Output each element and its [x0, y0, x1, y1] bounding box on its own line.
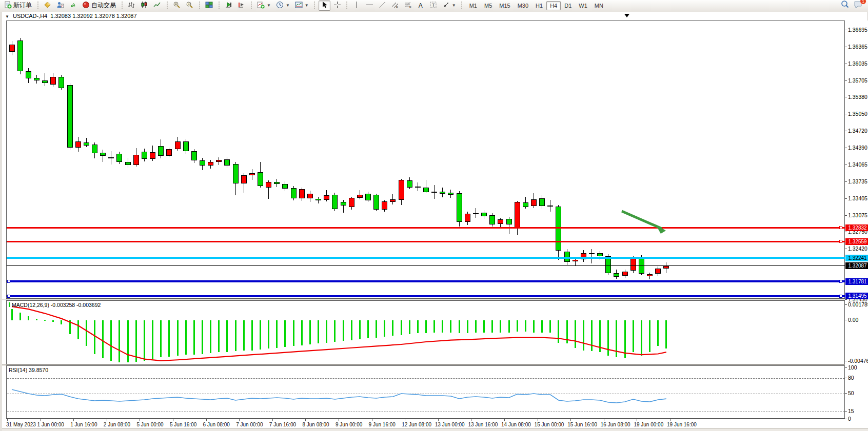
signals-button[interactable]	[67, 1, 79, 11]
time-tick-mark	[604, 419, 604, 421]
svg-text:T: T	[432, 3, 435, 8]
chart-shift-button[interactable]	[235, 1, 247, 11]
toolbar-separator	[249, 2, 253, 10]
trendline-tool-button[interactable]	[377, 1, 388, 11]
zoom-in-button[interactable]	[171, 1, 183, 11]
fibonacci-tool-button[interactable]: F	[402, 1, 414, 11]
cursor-tool-button[interactable]	[319, 1, 330, 11]
periods-button[interactable]: ▼	[274, 1, 292, 11]
time-axis-label: 19 Jun 16:00	[667, 422, 697, 427]
rsi-tick-label: 80	[848, 375, 854, 381]
bar-chart-button[interactable]	[126, 1, 137, 11]
chevron-down-icon: ▼	[305, 3, 309, 8]
time-tick-mark	[570, 419, 571, 421]
time-tick-mark	[372, 419, 372, 421]
mt4-app: 新订单 自动交易	[0, 0, 868, 431]
time-axis-label: 31 May 2023	[6, 422, 36, 427]
chevron-down-icon: ▼	[267, 3, 271, 8]
macd-tick-label: 0.001789	[848, 301, 868, 307]
time-tick-mark	[339, 419, 339, 421]
chart-shift-icon	[238, 1, 245, 10]
indicators-icon	[257, 1, 265, 10]
gold-diamond-icon	[44, 1, 51, 10]
svg-text:E: E	[396, 6, 398, 9]
time-tick-mark	[637, 419, 637, 421]
profile-icon	[56, 1, 64, 10]
macd-tick-label: -0.004763	[848, 358, 868, 364]
trend-arrow-annotation[interactable]	[2, 20, 868, 299]
tile-windows-button[interactable]	[203, 1, 215, 11]
chat-button[interactable]: 1	[854, 1, 863, 11]
autotrading-button[interactable]: 自动交易	[80, 1, 118, 11]
time-axis-label: 15 Jun 16:00	[567, 422, 597, 427]
autotrading-label: 自动交易	[91, 1, 116, 10]
toolbar: 新订单 自动交易	[0, 0, 868, 11]
timeframe-button-H1[interactable]: H1	[532, 1, 546, 10]
time-axis-label: 7 Jun 16:00	[269, 422, 296, 427]
timeframe-button-MN[interactable]: MN	[591, 1, 607, 10]
toolbar-separator	[460, 2, 464, 10]
time-axis-label: 1 Jun 16:00	[70, 422, 97, 427]
rsi-tick-label: 0	[848, 416, 851, 422]
auto-scroll-button[interactable]	[223, 1, 234, 11]
rsi-label: RSI(14) 39.8570	[9, 367, 48, 373]
tile-windows-icon	[205, 1, 213, 10]
templates-button[interactable]: ▼	[293, 1, 311, 11]
time-axis-label: 13 Jun 16:00	[468, 422, 498, 427]
vertical-line-tool-button[interactable]	[351, 1, 363, 11]
time-axis-label: 5 Jun 16:00	[170, 422, 196, 427]
chart-window: ▼ USDCAD-,H4 1.32083 1.32092 1.32078 1.3…	[0, 12, 868, 431]
chart-shift-marker-icon[interactable]	[624, 14, 629, 17]
timeframe-button-H4[interactable]: H4	[546, 1, 561, 10]
macd-panel[interactable]: MACD(12,26,9) -0.003258 -0.003692	[6, 300, 845, 364]
timeframe-button-W1[interactable]: W1	[575, 1, 591, 10]
zoom-out-button[interactable]	[184, 1, 195, 11]
time-tick-mark	[140, 419, 140, 421]
arrows-tool-button[interactable]: ▼	[440, 1, 458, 11]
template-icon	[295, 1, 303, 10]
signal-icon	[69, 1, 77, 10]
quote-open: 1.32083	[50, 13, 71, 19]
price-tick-mark	[845, 299, 847, 300]
time-axis-label: 9 Jun 16:00	[369, 422, 396, 427]
channel-tool-button[interactable]: E	[389, 1, 401, 11]
time-axis-label: 12 Jun 08:00	[402, 422, 431, 427]
time-axis-label: 6 Jun 08:00	[203, 422, 230, 427]
collapse-triangle-icon[interactable]: ▼	[5, 14, 9, 19]
line-chart-button[interactable]	[151, 1, 163, 11]
macd-histogram-key-icon	[9, 302, 10, 307]
label-tool-button[interactable]: T	[427, 1, 439, 11]
candlestick-button[interactable]	[139, 1, 150, 11]
timeframe-button-M30[interactable]: M30	[514, 1, 532, 10]
text-tool-button[interactable]: A	[415, 1, 426, 11]
quote-high: 1.32092	[72, 13, 93, 19]
time-tick-mark	[538, 419, 538, 421]
rsi-line	[7, 366, 845, 419]
cursor-icon	[321, 1, 328, 10]
timeframe-button-M5[interactable]: M5	[481, 1, 496, 10]
macd-label: MACD(12,26,9) -0.003258 -0.003692	[9, 302, 101, 308]
timeframe-button-M15[interactable]: M15	[496, 1, 514, 10]
profile-button[interactable]	[54, 1, 66, 11]
toolbar-right: 1	[841, 0, 866, 11]
new-order-button[interactable]: 新订单	[2, 1, 34, 11]
toolbar-separator	[313, 2, 317, 10]
horizontal-line-tool-button[interactable]	[364, 1, 376, 11]
notification-badge: 1	[860, 0, 866, 5]
vertical-line-icon	[353, 1, 361, 10]
quote-close: 1.32087	[116, 13, 137, 19]
autotrading-icon	[82, 1, 90, 10]
timeframe-group: M1M5M15M30H1H4D1W1MN	[466, 1, 607, 10]
charts-menu-button[interactable]	[42, 1, 53, 11]
timeframe-button-M1[interactable]: M1	[466, 1, 481, 10]
time-tick-mark	[438, 419, 439, 421]
text-tool-icon: A	[419, 2, 423, 9]
indicators-button[interactable]: ▼	[255, 1, 273, 11]
rsi-panel[interactable]: RSI(14) 39.8570	[6, 365, 845, 419]
toolbar-separator	[120, 2, 124, 10]
time-axis[interactable]: 31 May 20231 Jun 00:001 Jun 16:002 Jun 0…	[6, 419, 868, 428]
time-axis-label: 2 Jun 08:00	[104, 422, 130, 427]
crosshair-tool-button[interactable]	[331, 1, 343, 11]
search-icon[interactable]	[841, 0, 850, 11]
timeframe-button-D1[interactable]: D1	[561, 1, 575, 10]
